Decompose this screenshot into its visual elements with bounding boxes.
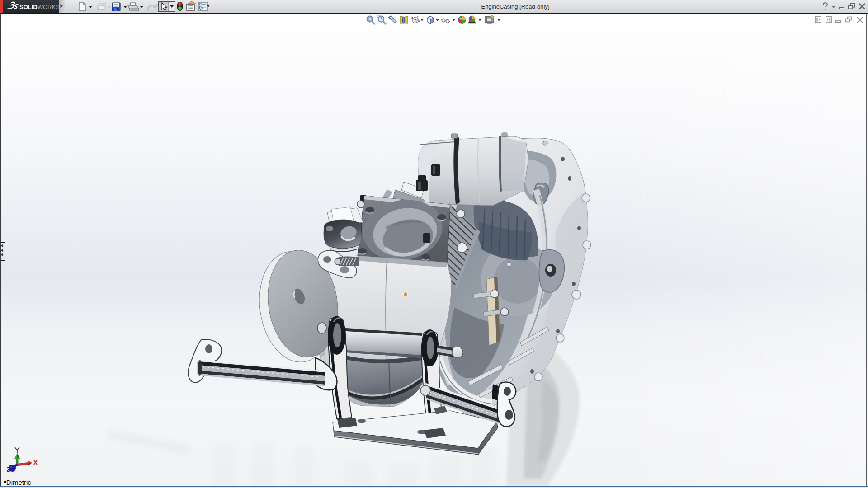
svg-text:SOLIDWORKS: SOLIDWORKS [19, 4, 60, 10]
